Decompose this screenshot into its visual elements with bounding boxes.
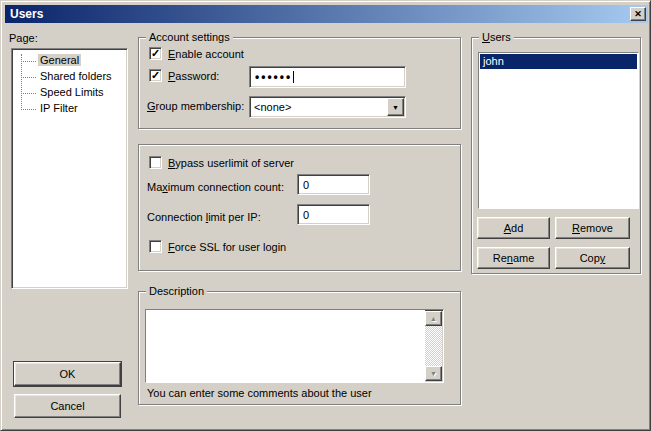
max-connection-input[interactable]: 0 <box>297 174 370 195</box>
tree-item-speed-limits[interactable]: Speed Limits <box>12 85 127 101</box>
account-settings-group: Account settings ✓ Enable account ✓ Pass… <box>138 37 461 129</box>
users-list[interactable]: john <box>478 52 639 209</box>
chevron-down-icon: ▼ <box>392 104 399 111</box>
remove-user-button[interactable]: Remove <box>555 217 630 239</box>
group-membership-value: <none> <box>250 97 386 117</box>
enable-account-label: Enable account <box>168 48 244 60</box>
description-hint: You can enter some comments about the us… <box>147 387 372 399</box>
password-input[interactable]: •••••• <box>249 66 406 88</box>
account-settings-title: Account settings <box>146 31 233 43</box>
password-label: Password: <box>168 70 219 82</box>
users-dialog: Users ✕ Page: General Shared folders Spe… <box>0 0 651 431</box>
check-icon: ✓ <box>151 70 160 81</box>
description-title: Description <box>146 285 207 297</box>
limits-group: Bypass userlimit of server Maximum conne… <box>138 144 461 271</box>
password-checkbox[interactable]: ✓ Password: <box>149 69 219 82</box>
connection-per-ip-input[interactable]: 0 <box>297 204 370 225</box>
tree-item-general[interactable]: General <box>12 53 127 69</box>
close-button[interactable]: ✕ <box>630 7 646 21</box>
vertical-scrollbar[interactable]: ▲ ▼ <box>425 311 442 381</box>
user-list-item[interactable]: john <box>480 54 637 69</box>
enable-account-checkbox[interactable]: ✓ Enable account <box>149 47 244 60</box>
users-group: Users john Add Remove Rename Copy <box>471 37 641 274</box>
bypass-userlimit-checkbox[interactable]: Bypass userlimit of server <box>149 156 294 169</box>
cancel-button[interactable]: Cancel <box>14 394 121 418</box>
page-label: Page: <box>9 32 38 44</box>
dropdown-button[interactable]: ▼ <box>387 98 404 116</box>
users-group-title: Users <box>479 31 514 43</box>
bypass-userlimit-label: Bypass userlimit of server <box>168 157 294 169</box>
group-membership-label: Group membership: <box>147 100 244 112</box>
scroll-down-button[interactable]: ▼ <box>425 366 442 381</box>
force-ssl-checkbox[interactable]: Force SSL for user login <box>149 240 286 253</box>
scroll-up-button[interactable]: ▲ <box>425 311 442 326</box>
window-title: Users <box>10 7 43 21</box>
scroll-up-icon: ▲ <box>430 315 437 322</box>
scroll-down-icon: ▼ <box>430 370 437 377</box>
copy-user-button[interactable]: Copy <box>555 247 630 269</box>
add-user-button[interactable]: Add <box>477 217 550 239</box>
close-icon: ✕ <box>634 10 642 19</box>
description-textarea[interactable]: ▲ ▼ <box>145 309 444 383</box>
description-group: Description ▲ ▼ You can enter some comme… <box>138 291 461 405</box>
title-bar[interactable]: Users <box>5 5 648 23</box>
tree-item-ip-filter[interactable]: IP Filter <box>12 101 127 117</box>
scrollbar-track[interactable] <box>425 326 442 366</box>
check-icon: ✓ <box>151 48 160 59</box>
ok-button[interactable]: OK <box>14 362 121 386</box>
max-connection-label: Maximum connection count: <box>147 181 284 193</box>
tree-item-shared-folders[interactable]: Shared folders <box>12 69 127 85</box>
text-caret <box>293 71 294 83</box>
description-text[interactable] <box>146 310 425 382</box>
page-tree[interactable]: General Shared folders Speed Limits IP F… <box>11 48 128 289</box>
group-membership-select[interactable]: <none> ▼ <box>249 96 406 118</box>
force-ssl-label: Force SSL for user login <box>168 241 286 253</box>
rename-user-button[interactable]: Rename <box>477 247 550 269</box>
connection-per-ip-label: Connection limit per IP: <box>147 211 261 223</box>
